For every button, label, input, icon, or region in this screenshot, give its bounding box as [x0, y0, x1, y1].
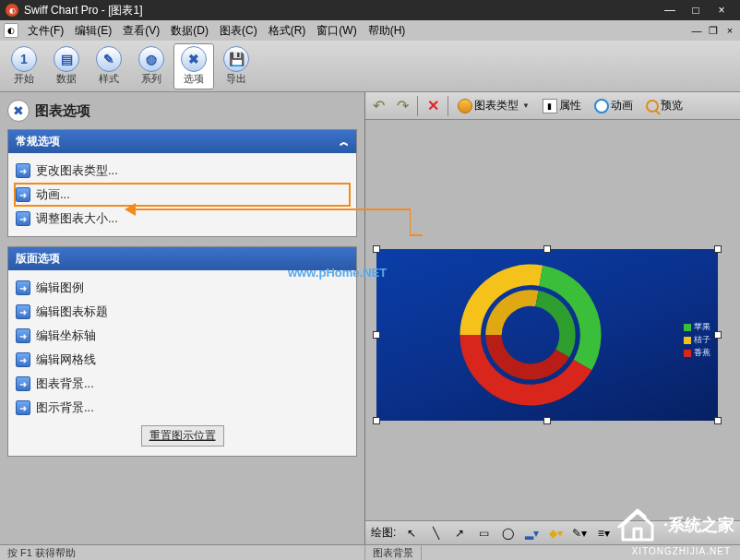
- reset-layout-button[interactable]: 重置图示位置: [141, 425, 224, 447]
- arrow-icon: ➜: [16, 280, 30, 295]
- line-color[interactable]: ▂▾: [523, 525, 540, 542]
- opt-change-chart-type-label: 更改图表类型...: [36, 162, 118, 179]
- maximize-button[interactable]: □: [683, 4, 709, 17]
- opt-edit-title[interactable]: ➜编辑图表标题: [14, 300, 351, 324]
- resize-handle[interactable]: [714, 331, 722, 339]
- opt-chart-bg-label: 图表背景...: [36, 375, 94, 392]
- preview-button[interactable]: 预览: [642, 97, 686, 114]
- clock-icon: [594, 99, 609, 113]
- panel-title: 图表选项: [35, 102, 90, 120]
- opt-edit-axis-label: 编辑坐标轴: [36, 328, 96, 344]
- legend-label: 香蕉: [694, 347, 710, 359]
- data-icon: ▤: [54, 46, 79, 72]
- opt-edit-axis[interactable]: ➜编辑坐标轴: [14, 324, 351, 348]
- menu-format[interactable]: 格式(R): [263, 21, 312, 41]
- menu-help[interactable]: 帮助(H): [363, 21, 412, 41]
- collapse-icon: ︽: [340, 136, 349, 149]
- mdi-close[interactable]: ×: [722, 25, 738, 37]
- separator: [417, 96, 418, 116]
- resize-handle[interactable]: [373, 245, 380, 253]
- menu-file[interactable]: 文件(F): [22, 21, 69, 41]
- arrow-icon: ➜: [16, 163, 30, 178]
- resize-handle[interactable]: [373, 417, 380, 424]
- opt-plot-bg[interactable]: ➜图示背景...: [14, 396, 351, 420]
- tool-start[interactable]: 1开始: [4, 43, 44, 89]
- chart-object[interactable]: 苹果 桔子 香蕉: [376, 249, 718, 421]
- minimize-button[interactable]: —: [657, 4, 683, 17]
- tool-export[interactable]: 💾导出: [216, 43, 257, 89]
- legend-swatch: [684, 350, 691, 357]
- menu-bar: ◐ 文件(F) 编辑(E) 查看(V) 数据(D) 图表(C) 格式(R) 窗口…: [0, 20, 740, 41]
- start-icon: 1: [11, 46, 37, 72]
- mdi-restore[interactable]: ❐: [705, 25, 722, 37]
- right-panel: ↶ ↷ ✕ 图表类型▼ ▮属性 动画 预览: [365, 92, 740, 544]
- properties-button[interactable]: ▮属性: [539, 97, 585, 114]
- opt-change-chart-type[interactable]: ➜更改图表类型...: [14, 159, 351, 183]
- tool-series-label: 系列: [141, 72, 161, 86]
- opt-chart-bg[interactable]: ➜图表背景...: [14, 372, 351, 396]
- window-title: Swiff Chart Pro - [图表1]: [24, 3, 657, 18]
- opt-resize-chart-label: 调整图表大小...: [36, 210, 118, 227]
- line-style[interactable]: ≡▾: [595, 525, 612, 542]
- opt-plot-bg-label: 图示背景...: [36, 399, 94, 416]
- donut-chart: [450, 255, 611, 415]
- chart-type-button[interactable]: 图表类型▼: [454, 97, 533, 114]
- resize-handle[interactable]: [543, 245, 551, 253]
- menu-data[interactable]: 数据(D): [165, 21, 214, 41]
- arrow-icon: ➜: [16, 328, 30, 343]
- opt-edit-legend-label: 编辑图例: [36, 280, 84, 296]
- section-general-header[interactable]: 常规选项 ︽: [8, 130, 356, 153]
- export-icon: 💾: [223, 46, 249, 72]
- rect-tool[interactable]: ▭: [475, 525, 492, 542]
- magnifier-icon: [646, 100, 659, 113]
- menu-window[interactable]: 窗口(W): [311, 21, 362, 41]
- resize-handle[interactable]: [373, 331, 380, 339]
- chart-type-label: 图表类型: [474, 98, 519, 113]
- tool-style[interactable]: ✎样式: [89, 43, 129, 89]
- tool-options[interactable]: ✖选项: [173, 43, 214, 89]
- pointer-tool[interactable]: ↖: [403, 525, 420, 542]
- pen-tool[interactable]: ✎▾: [571, 525, 588, 542]
- globe-icon: [458, 99, 472, 113]
- menu-view[interactable]: 查看(V): [117, 21, 165, 41]
- tool-style-label: 样式: [99, 72, 119, 86]
- legend-label: 苹果: [694, 321, 710, 333]
- bar-icon: ▮: [543, 99, 557, 113]
- opt-animation[interactable]: ➜动画...: [14, 183, 351, 207]
- tool-data[interactable]: ▤数据: [46, 43, 87, 89]
- doc-icon: ◐: [4, 23, 18, 38]
- undo-button[interactable]: ↶: [369, 97, 388, 115]
- fill-color[interactable]: ◆▾: [547, 525, 564, 542]
- style-icon: ✎: [96, 46, 122, 72]
- section-layout-title: 版面选项: [16, 251, 60, 267]
- preview-label: 预览: [661, 98, 683, 113]
- tool-series[interactable]: ◍系列: [131, 43, 172, 89]
- menu-edit[interactable]: 编辑(E): [69, 21, 117, 41]
- chart-canvas[interactable]: 苹果 桔子 香蕉: [365, 120, 740, 520]
- properties-label: 属性: [559, 98, 581, 113]
- animation-button[interactable]: 动画: [591, 97, 637, 114]
- delete-button[interactable]: ✕: [424, 97, 442, 115]
- options-icon: ✖: [181, 46, 207, 72]
- ellipse-tool[interactable]: ◯: [499, 525, 516, 542]
- site-logo-sub: XITONGZHIJIA.NET: [632, 546, 732, 556]
- close-button[interactable]: ×: [709, 4, 734, 17]
- chevron-down-icon: ▼: [522, 101, 530, 110]
- app-icon: ◐: [6, 4, 18, 17]
- resize-handle[interactable]: [714, 417, 722, 424]
- opt-edit-grid-label: 编辑网格线: [36, 351, 96, 368]
- arrow-icon: ➜: [16, 211, 30, 226]
- redo-button[interactable]: ↷: [393, 97, 412, 115]
- tool-start-label: 开始: [14, 72, 34, 86]
- menu-chart[interactable]: 图表(C): [214, 21, 263, 41]
- line-tool[interactable]: ╲: [427, 525, 444, 542]
- title-bar: ◐ Swiff Chart Pro - [图表1] — □ ×: [0, 0, 740, 20]
- arrow-tool[interactable]: ↗: [451, 525, 468, 542]
- resize-handle[interactable]: [543, 417, 551, 424]
- opt-edit-grid[interactable]: ➜编辑网格线: [14, 348, 351, 372]
- callout-line: [410, 209, 411, 234]
- mdi-minimize[interactable]: —: [688, 25, 705, 37]
- house-icon: [617, 506, 658, 543]
- status-help: 按 F1 获得帮助: [0, 545, 365, 560]
- resize-handle[interactable]: [714, 245, 722, 253]
